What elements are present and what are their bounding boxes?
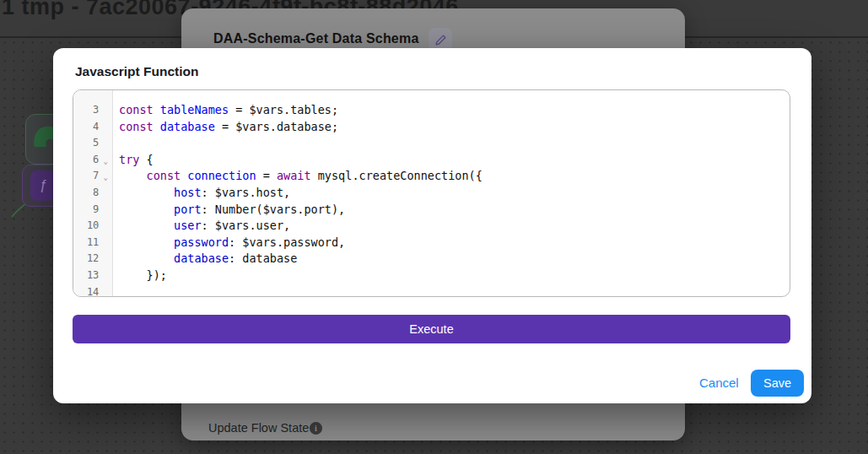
line-number: 3 <box>73 102 99 117</box>
line-number: 12 <box>73 251 99 266</box>
line-number: 11 <box>73 235 99 250</box>
fold-chevron-icon[interactable]: ⌄ <box>99 168 112 184</box>
modal-title: Javascript Function <box>75 64 198 79</box>
code-line[interactable] <box>119 284 790 296</box>
line-number: 8 <box>73 185 99 200</box>
code-line[interactable] <box>119 135 790 152</box>
code-line[interactable]: password: $vars.password, <box>119 235 790 251</box>
gutter-row: 12 <box>73 251 112 268</box>
pencil-icon <box>434 34 447 46</box>
code-line[interactable]: host: $vars.host, <box>119 185 790 202</box>
fold-spacer <box>99 135 112 138</box>
line-number: 14 <box>73 284 99 297</box>
fold-spacer <box>99 235 112 237</box>
function-icon: ƒ <box>30 170 56 201</box>
gutter-row: 6⌄ <box>73 152 112 169</box>
line-number: 5 <box>73 135 99 150</box>
code-line[interactable]: const tableNames = $vars.tables; <box>119 102 790 119</box>
code-line[interactable]: database: database <box>119 251 790 268</box>
line-number: 7 <box>73 168 99 183</box>
code-line[interactable]: }); <box>119 268 790 284</box>
execute-button[interactable]: Execute <box>73 315 790 343</box>
gutter-row: 4 <box>73 119 112 136</box>
code-line[interactable]: const connection = await mysql.createCon… <box>119 168 790 185</box>
code-line[interactable]: const database = $vars.database; <box>119 119 790 136</box>
gutter-row: 9 <box>73 202 112 219</box>
cancel-button[interactable]: Cancel <box>699 370 739 397</box>
code-gutter: 3456⌄7⌄891011121314 <box>73 90 113 296</box>
fold-spacer <box>99 185 112 187</box>
line-number: 4 <box>73 119 99 134</box>
gutter-row: 7⌄ <box>73 168 112 185</box>
code-line[interactable]: user: $vars.user, <box>119 218 790 235</box>
gutter-row: 3 <box>73 102 112 119</box>
save-button[interactable]: Save <box>751 370 804 397</box>
line-number: 6 <box>73 152 99 167</box>
fold-spacer <box>99 119 112 122</box>
gutter-row: 10 <box>73 218 112 235</box>
gutter-row: 5 <box>73 135 112 152</box>
fold-spacer <box>99 251 112 253</box>
line-number: 10 <box>73 218 99 233</box>
fold-spacer <box>99 268 112 270</box>
info-icon[interactable]: i <box>310 422 322 435</box>
fold-spacer <box>99 218 112 220</box>
fold-spacer <box>99 202 112 204</box>
gutter-row: 11 <box>73 235 112 251</box>
code-line[interactable]: try { <box>119 152 790 169</box>
fold-spacer <box>99 284 112 287</box>
node-config-title: DAA-Schema-Get Data Schema <box>213 31 419 46</box>
gutter-row: 14 <box>73 284 112 297</box>
code-content[interactable]: const tableNames = $vars.tables;const da… <box>113 90 790 296</box>
fold-spacer <box>99 102 112 105</box>
line-number: 9 <box>73 202 99 217</box>
javascript-function-modal: Javascript Function 3456⌄7⌄891011121314 … <box>53 48 811 403</box>
line-number: 13 <box>73 268 99 283</box>
app-screen: ƒ e Tag ✦ DAA-Report with Chart 1 tmp - … <box>0 0 868 454</box>
fold-chevron-icon[interactable]: ⌄ <box>99 152 112 168</box>
gutter-row: 8 <box>73 185 112 202</box>
update-flow-state-label: Update Flow State <box>208 421 309 435</box>
code-line[interactable]: port: Number($vars.port), <box>119 202 790 219</box>
code-editor[interactable]: 3456⌄7⌄891011121314 const tableNames = $… <box>73 89 790 297</box>
gutter-row: 13 <box>73 268 112 284</box>
